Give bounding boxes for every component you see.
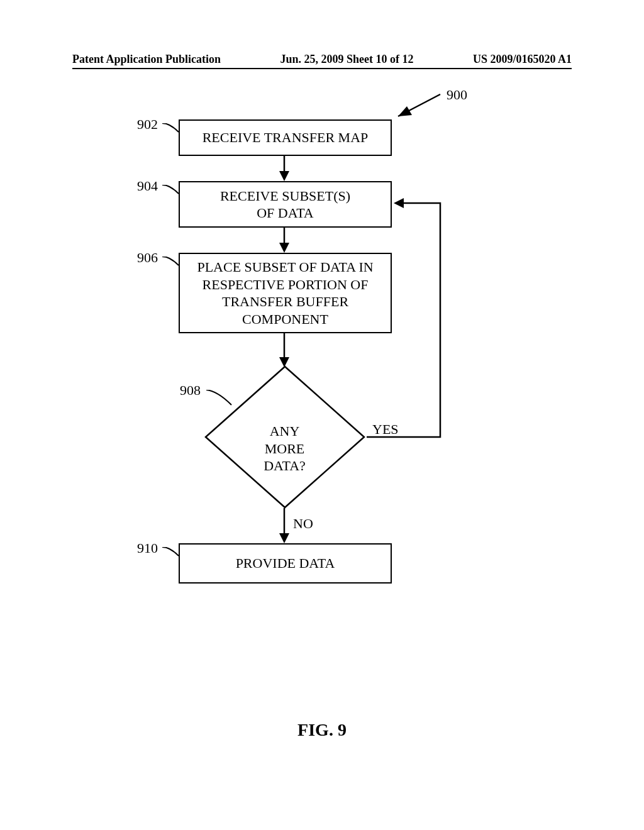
page-header: Patent Application Publication Jun. 25, … — [72, 53, 572, 66]
ref-904: 904 — [137, 178, 158, 194]
ref-910: 910 — [137, 540, 158, 556]
ref-906: 906 — [137, 250, 158, 266]
box-provide-data: PROVIDE DATA — [179, 543, 392, 584]
decision-text: ANY MORE DATA? — [248, 423, 321, 475]
box-904-l1: RECEIVE SUBSET(S) — [220, 187, 350, 205]
ref-900-arrow — [387, 91, 443, 123]
box-906-l4: COMPONENT — [242, 311, 328, 328]
box-receive-subsets: RECEIVE SUBSET(S) OF DATA — [179, 181, 392, 228]
box-910-text: PROVIDE DATA — [236, 555, 335, 572]
header-left: Patent Application Publication — [72, 53, 221, 66]
box-receive-transfer-map: RECEIVE TRANSFER MAP — [179, 119, 392, 156]
header-right: US 2009/0165020 A1 — [473, 53, 572, 66]
arrow-yes-loop — [365, 195, 453, 446]
ref-908-lead — [206, 390, 234, 409]
ref-904-lead — [162, 185, 181, 197]
header-center: Jun. 25, 2009 Sheet 10 of 12 — [280, 53, 413, 66]
flowchart: 900 RECEIVE TRANSFER MAP 902 RECEIVE SUB… — [0, 82, 644, 648]
ref-908: 908 — [180, 382, 201, 399]
box-906-l2: RESPECTIVE PORTION OF — [203, 276, 369, 294]
figure-label: FIG. 9 — [0, 720, 644, 740]
arrow-902-904 — [277, 155, 292, 182]
svg-marker-5 — [279, 243, 289, 253]
header-rule — [72, 68, 572, 69]
box-902-text: RECEIVE TRANSFER MAP — [203, 129, 369, 147]
ref-906-lead — [162, 257, 181, 269]
ref-910-lead — [162, 547, 181, 560]
arrow-906-908 — [277, 332, 292, 368]
arrow-904-906 — [277, 226, 292, 254]
svg-marker-1 — [398, 106, 412, 116]
svg-marker-11 — [279, 533, 289, 543]
branch-no: NO — [293, 516, 313, 532]
svg-marker-3 — [279, 171, 289, 181]
box-906-l1: PLACE SUBSET OF DATA IN — [197, 258, 373, 276]
box-904-l2: OF DATA — [257, 204, 314, 222]
svg-marker-9 — [394, 198, 404, 208]
ref-902: 902 — [137, 116, 158, 133]
box-906-l3: TRANSFER BUFFER — [222, 293, 348, 311]
ref-902-lead — [162, 123, 181, 136]
arrow-908-910 — [277, 508, 292, 545]
box-place-subset: PLACE SUBSET OF DATA IN RESPECTIVE PORTI… — [179, 253, 392, 333]
ref-900: 900 — [447, 87, 467, 103]
